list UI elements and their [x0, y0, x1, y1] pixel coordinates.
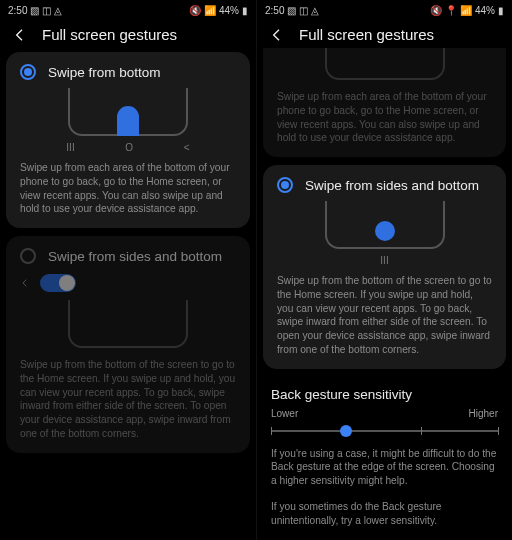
status-battery: 44%: [475, 5, 495, 16]
sensitivity-title: Back gesture sensitivity: [257, 377, 512, 406]
battery-icon: ▮: [498, 5, 504, 16]
battery-icon: ▮: [242, 5, 248, 16]
slider-labels: Lower Higher: [257, 406, 512, 419]
status-icons-right: 🔇 📍 📶: [430, 5, 472, 16]
status-time: 2:50: [8, 5, 27, 16]
status-icons-right: 🔇 📶: [189, 5, 216, 16]
home-icon: O: [125, 142, 133, 153]
status-icons-left: ▧ ◫ ◬: [287, 5, 319, 16]
option-label: Swipe from bottom: [48, 65, 161, 80]
option-label: Swipe from sides and bottom: [48, 249, 222, 264]
chevron-left-icon: [20, 278, 30, 288]
page-title: Full screen gestures: [299, 26, 434, 43]
back-icon[interactable]: [269, 27, 285, 43]
sensitivity-desc1: If you're using a case, it might be diff…: [257, 443, 512, 500]
radio-swipe-sides[interactable]: [20, 248, 36, 264]
option-desc: Swipe up from the bottom of the screen t…: [6, 354, 250, 453]
phone-right: 2:50 ▧ ◫ ◬ 🔇 📍 📶 44% ▮ Full screen gestu…: [256, 0, 512, 540]
back-sensitivity-section: Back gesture sensitivity Lower Higher If…: [257, 377, 512, 540]
sensitivity-desc2: If you sometimes do the Back gesture uni…: [257, 500, 512, 540]
label-lower: Lower: [271, 408, 298, 419]
status-bar: 2:50 ▧ ◫ ◬ 🔇 📶 44% ▮: [0, 0, 256, 18]
page-title: Full screen gestures: [42, 26, 177, 43]
option-label: Swipe from sides and bottom: [305, 178, 479, 193]
status-battery: 44%: [219, 5, 239, 16]
phone-left: 2:50 ▧ ◫ ◬ 🔇 📶 44% ▮ Full screen gesture…: [0, 0, 256, 540]
option-swipe-sides[interactable]: Swipe from sides and bottom III Swipe up…: [263, 165, 506, 369]
back-nav-icon: <: [184, 142, 190, 153]
label-higher: Higher: [469, 408, 498, 419]
slider-thumb[interactable]: [340, 425, 352, 437]
radio-swipe-sides[interactable]: [277, 177, 293, 193]
option-desc: Swipe up from each area of the bottom of…: [6, 157, 250, 228]
option-swipe-bottom[interactable]: Swipe from bottom III O < Swipe up from …: [6, 52, 250, 228]
option-swipe-sides[interactable]: Swipe from sides and bottom Swipe up fro…: [6, 236, 250, 453]
diagram-swipe-sides: [6, 298, 250, 354]
diagram-swipe-bottom: [6, 86, 250, 142]
status-bar: 2:50 ▧ ◫ ◬ 🔇 📍 📶 44% ▮: [257, 0, 512, 18]
toggle-switch[interactable]: [40, 274, 76, 292]
status-icons-left: ▧ ◫ ◬: [30, 5, 62, 16]
recents-icon: III: [66, 142, 74, 153]
status-time: 2:50: [265, 5, 284, 16]
diagram-swipe-sides: [263, 199, 506, 255]
back-icon[interactable]: [12, 27, 28, 43]
diagram-swipe-bottom: [263, 48, 506, 86]
nav-icons: III O <: [6, 142, 250, 157]
radio-swipe-bottom[interactable]: [20, 64, 36, 80]
option-desc: Swipe up from the bottom of the screen t…: [263, 270, 506, 369]
nav-icons: III: [263, 255, 506, 270]
sensitivity-slider[interactable]: [271, 419, 498, 443]
inline-toggle-row: [6, 270, 250, 298]
option-swipe-bottom[interactable]: Swipe up from each area of the bottom of…: [263, 48, 506, 157]
home-icon: III: [380, 255, 388, 266]
option-desc: Swipe up from each area of the bottom of…: [263, 86, 506, 157]
